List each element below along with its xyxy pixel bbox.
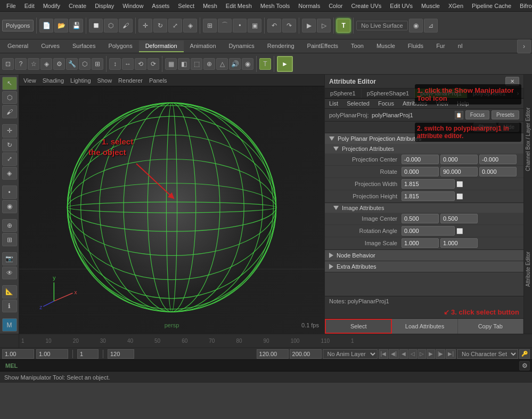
menu-normals[interactable]: Normals bbox=[294, 2, 324, 10]
sidebar-universal-icon[interactable]: ◈ bbox=[2, 167, 17, 180]
sidebar-move-icon[interactable]: ✛ bbox=[2, 124, 17, 138]
snap-curve-btn[interactable]: ⌒ bbox=[218, 19, 232, 33]
sidebar-camera-icon[interactable]: 📷 bbox=[2, 252, 17, 265]
ipr-btn[interactable]: ▷ bbox=[317, 19, 331, 33]
menu-pipeline-cache[interactable]: Pipeline Cache bbox=[468, 2, 515, 10]
tab-toon[interactable]: Toon bbox=[345, 41, 370, 52]
universal-manip-btn[interactable]: ◈ bbox=[183, 19, 197, 33]
menu-edit-uvs[interactable]: Edit UVs bbox=[386, 2, 417, 10]
menu-xgen[interactable]: XGen bbox=[444, 2, 468, 10]
prev-frame-btn[interactable]: ◀ bbox=[399, 349, 408, 359]
menu-color[interactable]: Color bbox=[324, 2, 347, 10]
attr-image-header[interactable]: Image Attributes bbox=[325, 203, 523, 213]
proj-height-input[interactable] bbox=[402, 191, 455, 201]
focus-btn[interactable]: Focus bbox=[465, 110, 489, 119]
tb2-btn9[interactable]: ↕ bbox=[109, 58, 121, 70]
node-icon-btn[interactable]: 📋 bbox=[455, 111, 463, 119]
move-btn[interactable]: ✛ bbox=[138, 19, 152, 33]
show-manip-btn[interactable]: T bbox=[337, 19, 350, 33]
sidebar-info-icon[interactable]: ℹ bbox=[2, 300, 17, 313]
key-btn[interactable]: 🔑 bbox=[519, 349, 530, 359]
mel-input[interactable] bbox=[21, 362, 519, 369]
tab-polygons[interactable]: Polygons bbox=[102, 41, 138, 52]
save-file-btn[interactable]: 💾 bbox=[69, 19, 83, 33]
sidebar-rotate-icon[interactable]: ↻ bbox=[2, 139, 17, 152]
sidebar-scale-icon[interactable]: ⤢ bbox=[2, 152, 17, 166]
node-tab-polyplanarproj1[interactable]: polyPlanarProj1 bbox=[415, 88, 468, 98]
node-tab-scroll-right[interactable]: › bbox=[512, 88, 523, 98]
rotate-x-input[interactable] bbox=[402, 167, 439, 176]
tb2-btn2[interactable]: ? bbox=[15, 58, 27, 70]
menu-display[interactable]: Display bbox=[91, 2, 118, 10]
sidebar-view-icon[interactable]: 👁 bbox=[2, 267, 17, 280]
proj-center-y-input[interactable] bbox=[440, 155, 478, 164]
attr-node-behavior-header[interactable]: Node Behavior bbox=[325, 250, 523, 261]
load-attributes-button[interactable]: Load Attributes bbox=[392, 319, 457, 334]
mode-dropdown[interactable]: Polygons bbox=[2, 20, 34, 31]
tb2-btn19[interactable]: ◉ bbox=[242, 58, 253, 70]
img-center-u-input[interactable] bbox=[402, 214, 439, 223]
menu-file[interactable]: File bbox=[2, 2, 20, 10]
tb2-btn16[interactable]: ⊕ bbox=[203, 58, 215, 70]
play-fwd-btn[interactable]: ▷ bbox=[418, 349, 426, 359]
live-surface-btn[interactable]: No Live Surface bbox=[356, 21, 407, 30]
tb2-btn6[interactable]: 🔧 bbox=[66, 58, 78, 70]
attr-extra-header[interactable]: Extra Attributes bbox=[325, 261, 523, 272]
proj-width-input[interactable] bbox=[402, 179, 455, 189]
select-button[interactable]: Select bbox=[325, 319, 392, 334]
img-center-v-input[interactable] bbox=[440, 214, 478, 223]
status-val2-input[interactable] bbox=[36, 349, 68, 359]
sidebar-snap-icon[interactable]: • bbox=[2, 186, 17, 199]
tab-ni[interactable]: nI bbox=[452, 41, 469, 52]
attr-editor-close-btn[interactable]: ✕ bbox=[505, 77, 519, 86]
play-back-btn[interactable]: ◁ bbox=[408, 349, 417, 359]
sidebar-maya-icon[interactable]: M bbox=[2, 318, 17, 332]
proj-width-icon[interactable]: ⬜ bbox=[456, 181, 463, 187]
rotation-angle-input[interactable] bbox=[402, 226, 455, 236]
tab-surfaces[interactable]: Surfaces bbox=[66, 41, 102, 52]
tb2-btn11[interactable]: ⟲ bbox=[135, 58, 146, 70]
tab-fluids[interactable]: Fluids bbox=[402, 41, 430, 52]
menu-mesh-tools[interactable]: Mesh Tools bbox=[256, 2, 294, 10]
attr-menu-attributes[interactable]: Attributes bbox=[403, 100, 427, 107]
rotate-z-input[interactable] bbox=[479, 167, 517, 176]
attr-menu-selected[interactable]: Selected bbox=[347, 100, 370, 107]
tb2-btn13[interactable]: ▦ bbox=[165, 58, 177, 70]
rotation-angle-icon[interactable]: ⬜ bbox=[456, 228, 463, 234]
tab-general[interactable]: General bbox=[1, 41, 35, 52]
char-set-dropdown[interactable]: No Character Set bbox=[457, 349, 518, 359]
anim-layer-dropdown[interactable]: No Anim Layer bbox=[323, 349, 378, 359]
proj-center-x-input[interactable] bbox=[402, 155, 439, 164]
redo-btn[interactable]: ↷ bbox=[282, 19, 296, 33]
symmetry-btn[interactable]: ⊿ bbox=[424, 19, 438, 33]
tab-rendering[interactable]: Rendering bbox=[261, 41, 301, 52]
show-btn[interactable]: Show bbox=[473, 123, 496, 132]
viewport-shading-menu[interactable]: Shading bbox=[43, 77, 64, 84]
sidebar-paint-icon[interactable]: 🖌 bbox=[2, 105, 17, 118]
new-file-btn[interactable]: 📄 bbox=[39, 19, 53, 33]
sidebar-soft-select-icon[interactable]: ◉ bbox=[2, 200, 17, 213]
snap-point-btn[interactable]: • bbox=[233, 19, 247, 33]
tb2-btn14[interactable]: ◧ bbox=[178, 58, 190, 70]
scale-btn[interactable]: ⤢ bbox=[168, 19, 182, 33]
viewport-view-menu[interactable]: View bbox=[23, 77, 36, 84]
undo-btn[interactable]: ↶ bbox=[267, 19, 281, 33]
soft-select-btn[interactable]: ◉ bbox=[409, 19, 423, 33]
tab-muscle[interactable]: Muscle bbox=[370, 41, 402, 52]
tb2-btn17[interactable]: △ bbox=[216, 58, 228, 70]
tb2-show-icon[interactable]: ► bbox=[277, 56, 293, 72]
prev-key-btn[interactable]: ◀| bbox=[389, 349, 399, 359]
rotate-btn[interactable]: ↻ bbox=[153, 19, 167, 33]
copy-tab-button[interactable]: Copy Tab bbox=[458, 319, 523, 334]
status-val3-input[interactable] bbox=[77, 349, 99, 359]
menu-create-uvs[interactable]: Create UVs bbox=[347, 2, 386, 10]
status-val1-input[interactable] bbox=[2, 349, 34, 359]
node-tab-psphereshape1[interactable]: pSphereShape1 bbox=[362, 88, 415, 98]
attr-main-header[interactable]: Poly Planar Projection Attributes bbox=[325, 133, 523, 144]
tb2-btn7[interactable]: ⬡ bbox=[79, 58, 91, 70]
tb2-btn4[interactable]: ◈ bbox=[40, 58, 52, 70]
tb2-btn10[interactable]: ↔ bbox=[122, 58, 134, 70]
tb2-manip-btn[interactable]: T bbox=[259, 58, 271, 70]
sidebar-orient-icon[interactable]: ⊞ bbox=[2, 233, 17, 246]
snap-grid-btn[interactable]: ⊞ bbox=[203, 19, 217, 33]
